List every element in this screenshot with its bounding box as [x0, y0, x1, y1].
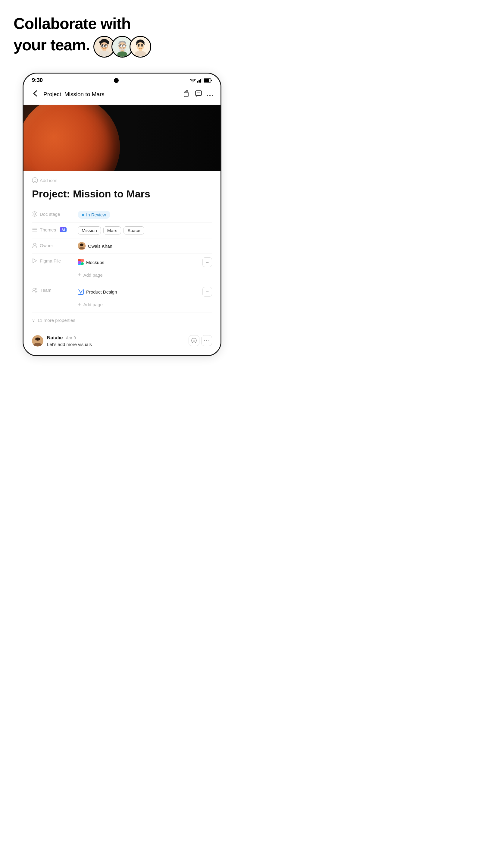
- themes-label-text: Themes: [40, 227, 56, 232]
- svg-rect-37: [198, 80, 200, 83]
- chevron-down-icon: ∨: [32, 318, 35, 323]
- svg-point-48: [209, 95, 210, 96]
- more-properties-label: 11 more properties: [37, 318, 75, 323]
- comment-icon[interactable]: [195, 90, 202, 98]
- comment-row: Natalie Apr 9 Let's add more visuals: [32, 335, 212, 347]
- team-label: Team: [32, 287, 74, 293]
- svg-point-72: [35, 288, 37, 290]
- svg-rect-73: [78, 289, 84, 294]
- owner-avatar: [78, 242, 86, 250]
- comment-text: Let's add more visuals: [47, 342, 185, 347]
- figma-add-page-label: Add page: [84, 273, 103, 278]
- svg-point-81: [193, 340, 193, 341]
- hero-line2: your team.: [13, 36, 90, 54]
- figma-minus-button[interactable]: −: [202, 257, 212, 267]
- team-icon: [32, 288, 38, 293]
- theme-tag-mars[interactable]: Mars: [103, 226, 121, 235]
- hero-text: Collaborate with your team.: [13, 15, 151, 58]
- svg-point-62: [33, 243, 36, 246]
- status-icons: [190, 79, 212, 83]
- property-team: Team Product Design −: [32, 283, 212, 313]
- property-doc-stage: Doc stage In Review: [32, 207, 212, 223]
- theme-tag-mission[interactable]: Mission: [78, 226, 101, 235]
- mars-hero-image: [24, 105, 221, 171]
- comment-header: Natalie Apr 9: [47, 335, 185, 341]
- svg-rect-43: [184, 92, 188, 97]
- doc-stage-label-text: Doc stage: [40, 212, 60, 217]
- owner-value: Owais Khan: [78, 242, 212, 250]
- commenter-name: Natalie: [47, 335, 63, 341]
- doc-content: Add icon Project: Mission to Mars Doc st…: [24, 171, 221, 355]
- battery-icon: [204, 79, 212, 83]
- team-label-text: Team: [40, 287, 52, 293]
- hero-line1: Collaborate with: [13, 15, 151, 32]
- comment-emoji-button[interactable]: [189, 335, 199, 346]
- property-themes: Themes AI Mission Mars Space: [32, 223, 212, 239]
- themes-label: Themes AI: [32, 226, 74, 232]
- commenter-avatar: [32, 335, 43, 347]
- share-icon[interactable]: [184, 90, 190, 98]
- svg-rect-70: [78, 261, 81, 264]
- comment-section: Natalie Apr 9 Let's add more visuals: [32, 330, 212, 349]
- svg-point-78: [36, 339, 37, 340]
- doc-stage-icon: [32, 211, 37, 217]
- svg-rect-67: [81, 259, 84, 262]
- product-design-icon: [78, 289, 84, 295]
- back-button[interactable]: [31, 89, 40, 100]
- comment-actions: [189, 335, 212, 346]
- add-icon-button[interactable]: Add icon: [32, 177, 57, 183]
- svg-point-32: [138, 45, 140, 47]
- team-minus-button[interactable]: −: [202, 287, 212, 297]
- in-review-badge[interactable]: In Review: [78, 211, 110, 219]
- smile-icon: [32, 177, 38, 183]
- ai-badge: AI: [60, 227, 67, 232]
- hero-section: Collaborate with your team.: [0, 0, 244, 67]
- svg-point-65: [80, 244, 84, 246]
- themes-icon: [32, 227, 37, 232]
- section-divider: [32, 329, 212, 329]
- svg-point-10: [102, 45, 103, 47]
- svg-point-71: [33, 288, 35, 290]
- avatar-3: [130, 36, 151, 58]
- mars-planet: [24, 105, 120, 171]
- svg-point-47: [207, 95, 208, 96]
- more-icon[interactable]: [207, 91, 213, 98]
- svg-point-82: [194, 340, 195, 341]
- add-icon-row: Add icon: [32, 177, 212, 183]
- svg-point-51: [34, 179, 34, 180]
- svg-point-85: [208, 340, 209, 341]
- team-add-page[interactable]: + Add page: [78, 299, 212, 309]
- wifi-icon: [190, 79, 196, 83]
- review-label: In Review: [86, 212, 106, 217]
- figma-icon: [78, 259, 84, 266]
- owner-label: Owner: [32, 242, 74, 248]
- svg-rect-36: [197, 81, 198, 83]
- svg-point-35: [135, 51, 146, 56]
- comment-more-button[interactable]: [201, 335, 212, 346]
- theme-tag-space[interactable]: Space: [124, 226, 144, 235]
- status-time: 9:30: [32, 77, 43, 84]
- svg-point-80: [192, 338, 196, 343]
- add-page-plus-icon: +: [78, 272, 81, 278]
- svg-point-84: [206, 340, 207, 341]
- more-properties[interactable]: ∨ 11 more properties: [32, 313, 212, 328]
- nav-title: Project: Mission to Mars: [43, 91, 180, 98]
- svg-point-52: [36, 179, 36, 180]
- svg-rect-39: [201, 79, 202, 83]
- figma-add-page[interactable]: + Add page: [78, 270, 212, 279]
- svg-point-54: [34, 213, 36, 215]
- status-bar: 9:30: [24, 73, 221, 86]
- svg-point-69: [81, 262, 84, 265]
- svg-point-21: [124, 45, 125, 47]
- figma-label: Figma File: [32, 257, 74, 264]
- doc-stage-value: In Review: [78, 211, 212, 219]
- owner-icon: [32, 243, 37, 248]
- svg-rect-42: [211, 80, 212, 81]
- svg-point-50: [32, 178, 38, 183]
- owner-name: Owais Khan: [88, 244, 112, 249]
- themes-value: Mission Mars Space: [78, 226, 212, 235]
- avatar-group: [93, 36, 151, 58]
- svg-point-49: [212, 95, 213, 96]
- property-owner: Owner Owais Khan: [32, 239, 212, 254]
- svg-rect-41: [204, 79, 209, 82]
